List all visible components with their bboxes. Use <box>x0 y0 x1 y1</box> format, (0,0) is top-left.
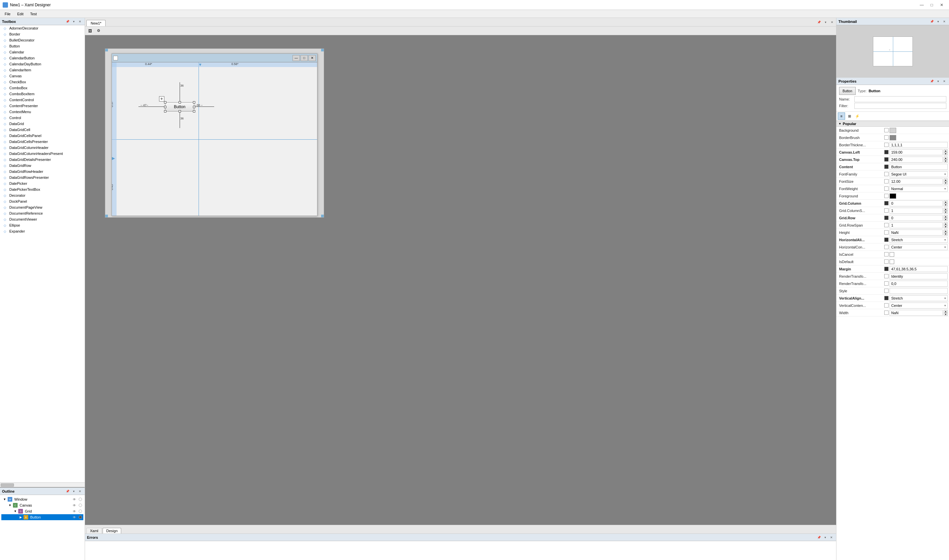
toolbox-item-contentcontrol[interactable]: ◇ ContentControl <box>0 97 85 103</box>
scrollbar-thumb[interactable] <box>1 483 14 487</box>
thumbnail-pin-button[interactable]: 📌 <box>929 19 934 24</box>
toolbox-item-ellipse[interactable]: ◇ Ellipse <box>0 222 85 228</box>
toolbox-item-datagriddetailspresenter[interactable]: ◇ DataGridDetailsPresenter <box>0 157 85 163</box>
prop-spin-down-fontsize[interactable]: ▼ <box>944 182 947 185</box>
prop-color-borderbrush[interactable] <box>890 135 896 140</box>
prop-check-fontsize[interactable] <box>884 179 889 183</box>
prop-value-grid-rowspan[interactable]: 1 <box>890 222 943 228</box>
prop-value-rendertransform2[interactable]: 0,0 <box>890 281 947 287</box>
handle-bm[interactable] <box>179 110 181 112</box>
prop-value-fontsize[interactable]: 12.00 <box>890 178 943 185</box>
prop-value-content[interactable]: Button <box>890 164 947 170</box>
tree-expand-canvas[interactable]: ▼ <box>8 503 12 507</box>
minimize-button[interactable]: — <box>917 2 926 9</box>
menu-test[interactable]: Test <box>27 11 40 17</box>
prop-value-width[interactable]: NaN <box>890 310 943 316</box>
toolbox-item-contextmenu[interactable]: ◇ ContextMenu <box>0 109 85 115</box>
prop-spin-down-canvas-left[interactable]: ▼ <box>944 152 947 155</box>
prop-spin-up-grid-columnspan[interactable]: ▲ <box>944 208 947 211</box>
handle-bl[interactable] <box>164 110 167 112</box>
prop-check-foreground[interactable] <box>884 194 889 198</box>
prop-spin-up-grid-row[interactable]: ▲ <box>944 215 947 218</box>
handle-tm[interactable] <box>179 101 181 103</box>
designer-pin-button[interactable]: 📌 <box>816 20 821 25</box>
prop-spin-up-grid-column[interactable]: ▲ <box>944 200 947 203</box>
toolbox-item-expander[interactable]: ◇ Expander <box>0 228 85 234</box>
move-handle[interactable]: ✛ <box>159 96 164 102</box>
prop-check-isdefault[interactable] <box>884 259 889 264</box>
prop-spin-down-height[interactable]: ▼ <box>944 232 947 235</box>
toolbox-item-datagridrow[interactable]: ◇ DataGridRow <box>0 163 85 169</box>
close-button[interactable]: ✕ <box>937 2 946 9</box>
prop-spin-up-grid-rowspan[interactable]: ▲ <box>944 222 947 225</box>
filter-input[interactable] <box>854 103 946 109</box>
prop-dropdown-fontfamily[interactable]: Segoe UI ▾ <box>890 171 947 177</box>
toolbox-item-datepickertextbox[interactable]: ◇ DatePickerTextBox <box>0 186 85 192</box>
outline-item-window[interactable]: ▼ W Window 👁 <box>2 496 83 502</box>
handle-br[interactable] <box>193 110 195 112</box>
outline-close-button[interactable]: ✕ <box>77 489 83 494</box>
prop-check-borderbrush[interactable] <box>884 135 889 140</box>
properties-close-button[interactable]: ✕ <box>942 78 947 84</box>
toolbox-item-button[interactable]: ◇ Button <box>0 43 85 49</box>
tab-xaml[interactable]: Xaml <box>86 528 102 534</box>
prop-check-margin[interactable] <box>884 267 889 271</box>
toolbox-item-datagridcell[interactable]: ◇ DataGridCell <box>0 127 85 133</box>
tree-eye-window[interactable]: 👁 <box>72 497 77 502</box>
toolbox-item-datagridcellspanel[interactable]: ◇ DataGridCellsPanel <box>0 133 85 138</box>
handle-mr[interactable] <box>193 106 195 108</box>
toolbox-item-dockpanel[interactable]: ◇ DockPanel <box>0 198 85 205</box>
toolbox-item-combobox[interactable]: ◇ ComboBox <box>0 85 85 91</box>
toolbox-item-calendar[interactable]: ◇ Calendar <box>0 49 85 55</box>
designer-close-button[interactable]: ✕ <box>829 20 835 25</box>
prop-color-foreground[interactable] <box>890 194 896 199</box>
prop-check-fontfamily[interactable] <box>884 172 889 176</box>
tree-eye-button[interactable]: 👁 <box>72 515 77 520</box>
canvas-tool-btn2[interactable]: ⚙ <box>95 28 102 34</box>
toolbox-scrollbar[interactable] <box>0 482 85 487</box>
prop-spin-up-fontsize[interactable]: ▲ <box>944 178 947 182</box>
prop-spin-down-grid-row[interactable]: ▼ <box>944 218 947 221</box>
toolbox-item-contentpresenter[interactable]: ◇ ContentPresenter <box>0 103 85 109</box>
prop-value-margin[interactable]: 47,61,38.5,36.5 <box>890 266 947 272</box>
prop-check-grid-row[interactable] <box>884 215 889 220</box>
prop-spin-up-canvas-left[interactable]: ▲ <box>944 149 947 152</box>
prop-value-grid-column[interactable]: 0 <box>890 200 943 206</box>
canvas-tool-btn1[interactable]: 🖼 <box>86 28 94 34</box>
category-view-button[interactable]: ≡ <box>838 112 845 120</box>
tree-expand-window[interactable]: ▼ <box>3 497 7 501</box>
thumbnail-close-button[interactable]: ✕ <box>942 19 947 24</box>
prop-value-height[interactable]: NaN <box>890 229 943 235</box>
prop-check-height[interactable] <box>884 230 889 235</box>
toolbox-item-decorator[interactable]: ◇ Decorator <box>0 192 85 198</box>
prop-value-grid-row[interactable]: 0 <box>890 215 943 221</box>
toolbox-item-datagridcellspresenter[interactable]: ◇ DataGridCellsPresenter <box>0 138 85 145</box>
toolbox-close-button[interactable]: ✕ <box>77 19 83 24</box>
win-close[interactable]: ✕ <box>309 55 316 61</box>
prop-check-canvas-left[interactable] <box>884 150 889 154</box>
toolbox-item-canvas[interactable]: ◇ Canvas <box>0 73 85 79</box>
toolbox-item-calendarbutton[interactable]: ◇ CalendarButton <box>0 55 85 61</box>
designer-menu-button[interactable]: ▾ <box>823 20 828 25</box>
prop-check-background[interactable] <box>884 128 889 132</box>
prop-dropdown-fontweight[interactable]: Normal ▾ <box>890 186 947 192</box>
name-input[interactable] <box>854 96 946 102</box>
prop-spin-up-height[interactable]: ▲ <box>944 229 947 232</box>
toolbox-item-datagridcolumnheaderspresent[interactable]: ◇ DataGridColumnHeadersPresent <box>0 151 85 157</box>
prop-check-width[interactable] <box>884 311 889 315</box>
section-header-popular[interactable]: ▼ Popular <box>836 121 949 127</box>
handle-tl[interactable] <box>164 101 167 103</box>
toolbox-item-calendaritem[interactable]: ◇ CalendarItem <box>0 67 85 73</box>
toolbox-item-datepicker[interactable]: ◇ DatePicker <box>0 180 85 186</box>
prop-color-background[interactable] <box>890 128 896 133</box>
toolbox-item-control[interactable]: ◇ Control <box>0 115 85 121</box>
prop-spin-down-width[interactable]: ▼ <box>944 313 947 316</box>
prop-check-verticalalign[interactable] <box>884 296 889 300</box>
prop-check-rendertransform1[interactable] <box>884 274 889 278</box>
prop-spin-down-grid-columnspan[interactable]: ▼ <box>944 211 947 214</box>
errors-close-button[interactable]: ✕ <box>829 535 834 540</box>
prop-spin-down-grid-column[interactable]: ▼ <box>944 203 947 206</box>
prop-check-horizontalalign[interactable] <box>884 237 889 242</box>
prop-check-grid-columnspan[interactable] <box>884 208 889 213</box>
prop-check2-isdefault[interactable] <box>890 259 894 264</box>
